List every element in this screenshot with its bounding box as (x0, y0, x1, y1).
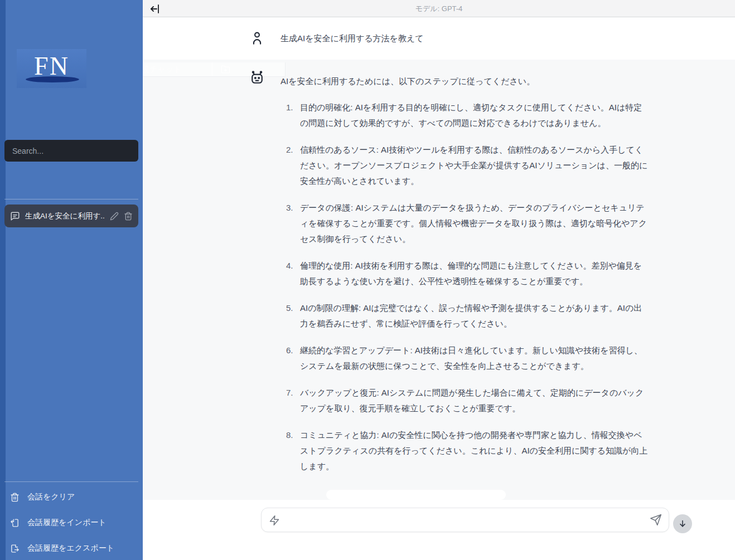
step-number: 2. (286, 142, 293, 158)
bot-avatar-icon (249, 70, 265, 86)
step-text: 目的の明確化: AIを利用する目的を明確にし、適切なタスクに使用してください。A… (300, 103, 642, 128)
model-label: モデル: GPT-4 (143, 4, 735, 14)
message-input[interactable] (286, 510, 642, 529)
clear-conversation-button[interactable]: 会話をクリア (4, 487, 138, 507)
step-item-7: 7.バックアップと復元: AIシステムに問題が発生した場合に備えて、定期的にデー… (281, 385, 649, 416)
step-number: 3. (286, 200, 293, 216)
step-number: 4. (286, 258, 293, 274)
user-message-text: 生成AIを安全に利用する方法を教えて (281, 33, 424, 44)
assistant-message-row: 新規チャット AIを安全に利用するためには、以下のステップに従ってください。 (143, 60, 735, 500)
clear-conversation-label: 会話をクリア (27, 492, 75, 502)
step-item-3: 3.データの保護: AIシステムは大量のデータを扱うため、データのプライバシーと… (281, 200, 649, 247)
assistant-steps-list: 1.目的の明確化: AIを利用する目的を明確にし、適切なタスクに使用してください… (281, 100, 649, 485)
step-number: 6. (286, 343, 293, 358)
ghost-pill (326, 490, 506, 500)
message-composer (261, 508, 669, 532)
user-message-row: 生成AIを安全に利用する方法を教えて (143, 18, 735, 60)
trash-icon (10, 493, 20, 502)
main-panel: モデル: GPT-4 生成AIを安全に利用する方法を教えて 新規チャット (143, 0, 735, 560)
step-text: バックアップと復元: AIシステムに問題が発生した場合に備えて、定期的にデータの… (300, 388, 644, 413)
step-number: 1. (286, 100, 293, 115)
export-history-label: 会話履歴をエクスポート (27, 543, 114, 553)
step-item-6: 6.継続的な学習とアップデート: AI技術は日々進化しています。新しい知識や技術… (281, 343, 649, 374)
sidebar: FN 生成AIを安全に利用す... (0, 0, 143, 560)
export-icon (10, 544, 20, 553)
top-bar: モデル: GPT-4 (143, 0, 735, 17)
scroll-to-bottom-button[interactable] (673, 514, 692, 533)
sidebar-divider-bottom (4, 481, 138, 482)
send-icon[interactable] (650, 514, 662, 526)
folder-plus-icon[interactable] (221, 65, 230, 74)
sidebar-divider-top (4, 199, 138, 199)
ghost-toolbar-divider (212, 62, 212, 76)
import-history-button[interactable]: 会話履歴をインポート (4, 513, 138, 533)
import-history-label: 会話履歴をインポート (27, 518, 107, 528)
step-text: 信頼性のあるソース: AI技術やツールを利用する際は、信頼性のあるソースから入手… (300, 145, 647, 186)
import-icon (10, 518, 20, 528)
step-item-8: 8.コミュニティと協力: AIの安全性に関心を持つ他の開発者や専門家と協力し、情… (281, 427, 649, 474)
step-text: コミュニティと協力: AIの安全性に関心を持つ他の開発者や専門家と協力し、情報交… (300, 430, 647, 471)
step-text: 倫理的な使用: AI技術を利用する際は、倫理的な問題にも注意してください。差別や… (300, 261, 642, 286)
step-text: データの保護: AIシステムは大量のデータを扱うため、データのプライバシーとセキ… (300, 203, 647, 244)
search-input[interactable] (4, 140, 138, 162)
logo-text: FN (34, 53, 69, 84)
step-text: 継続的な学習とアップデート: AI技術は日々進化しています。新しい知識や技術を習… (300, 345, 642, 371)
sidebar-edge-strip (0, 0, 6, 560)
assistant-intro-text: AIを安全に利用するためには、以下のステップに従ってください。 (281, 76, 535, 87)
step-number: 7. (286, 385, 293, 401)
step-number: 8. (286, 427, 293, 443)
new-chat-label[interactable]: 新規チャット (143, 65, 181, 75)
chat-bubble-icon (10, 211, 20, 221)
lightning-icon[interactable] (269, 514, 280, 527)
step-item-5: 5.AIの制限の理解: AIは完璧ではなく、誤った情報や予測を提供することがあり… (281, 300, 649, 332)
edit-pencil-icon[interactable] (110, 212, 119, 221)
step-item-4: 4.倫理的な使用: AI技術を利用する際は、倫理的な問題にも注意してください。差… (281, 258, 649, 289)
conversation-title: 生成AIを安全に利用す... (25, 211, 105, 221)
step-item-1: 1.目的の明確化: AIを利用する目的を明確にし、適切なタスクに使用してください… (281, 100, 649, 131)
step-number: 5. (286, 300, 293, 316)
step-item-2: 2.信頼性のあるソース: AI技術やツールを利用する際は、信頼性のあるソースから… (281, 142, 649, 189)
export-history-button[interactable]: 会話履歴をエクスポート (4, 538, 138, 558)
conversation-item[interactable]: 生成AIを安全に利用す... (4, 204, 138, 227)
user-avatar-icon (250, 30, 264, 47)
app-logo: FN (17, 49, 86, 88)
delete-trash-icon[interactable] (124, 212, 133, 221)
step-text: AIの制限の理解: AIは完璧ではなく、誤った情報や予測を提供することがあります… (300, 303, 642, 328)
